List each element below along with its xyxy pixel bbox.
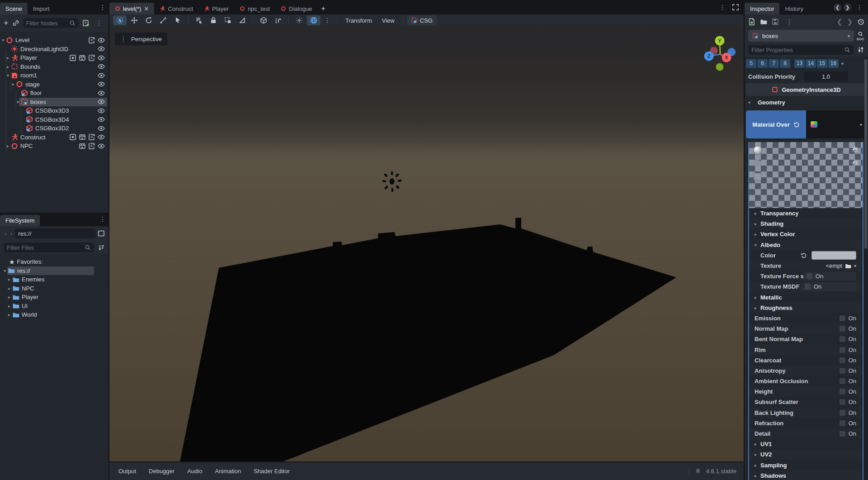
script-icon[interactable]	[88, 143, 95, 150]
layer-toggle-14[interactable]: 14	[806, 59, 816, 68]
skeleton-options-button[interactable]	[271, 15, 285, 25]
layer-toggle-7[interactable]: 7	[769, 59, 779, 68]
clearcoat-checkbox[interactable]	[840, 357, 845, 363]
section-geometry[interactable]: ▾ Geometry	[745, 96, 868, 109]
snap-mode-button[interactable]	[236, 15, 249, 25]
tree-row-room1[interactable]: ▾ room1	[0, 71, 108, 80]
expand-icon[interactable]: ▸	[6, 286, 12, 291]
tree-row-csgbox3d3[interactable]: CSGBox3D3	[0, 106, 108, 115]
tab-import[interactable]: Import	[28, 3, 55, 14]
layer-toggle-16[interactable]: 16	[828, 59, 839, 68]
inspector-scrollbar-thumb[interactable]	[864, 59, 867, 249]
fs-sort-icon[interactable]	[98, 244, 105, 251]
group-node-button[interactable]	[221, 15, 235, 25]
section-uv1[interactable]: ▸UV1	[749, 439, 863, 449]
expand-icon[interactable]: ▸	[6, 277, 12, 282]
bent-normal-map-checkbox[interactable]	[840, 336, 845, 342]
tree-row-level[interactable]: ▾ Level	[0, 36, 108, 45]
tab-history[interactable]: History	[779, 3, 808, 14]
expand-icon[interactable]: ▸	[6, 304, 12, 309]
new-resource-icon[interactable]	[748, 18, 755, 25]
tree-row-npc[interactable]: ▸ NPC	[0, 142, 108, 151]
tree-row-construct[interactable]: Construct	[0, 133, 108, 142]
quick-load-icon[interactable]	[845, 263, 851, 269]
section-metallic[interactable]: ▸Metallic	[749, 292, 863, 303]
tab-filesystem[interactable]: FileSystem	[0, 215, 40, 226]
scene-tabs-menu-icon[interactable]: ⋮	[717, 0, 728, 14]
albedo-color-swatch[interactable]	[811, 251, 856, 260]
fs-row-res[interactable]: ▾ res://	[0, 266, 108, 276]
collapse-icon[interactable]: ▾	[2, 268, 8, 273]
texture-force-srgb-checkbox[interactable]: On	[804, 272, 856, 280]
visibility-icon[interactable]	[98, 63, 105, 70]
resource-extra-menu-icon[interactable]: ⋮	[783, 14, 795, 29]
expand-icon[interactable]: ▸	[6, 312, 12, 317]
rim-checkbox[interactable]	[840, 347, 845, 353]
viewport-options-menu-icon[interactable]: ⋮	[321, 13, 333, 28]
instance-options-icon[interactable]	[79, 143, 86, 150]
preview-environment-button[interactable]	[307, 15, 321, 25]
expand-icon[interactable]: ▸	[6, 295, 12, 299]
attach-script-icon[interactable]	[82, 19, 90, 27]
expand-icon[interactable]: ▸	[5, 55, 11, 60]
list-select-button[interactable]	[171, 15, 184, 25]
inspector-dock-menu-icon[interactable]: ⋮	[854, 0, 865, 14]
visibility-icon[interactable]	[98, 81, 105, 88]
object-selector-dropdown[interactable]: boxes ▾	[748, 30, 854, 42]
inspector-scrollbar[interactable]	[864, 57, 867, 480]
dock-prev-icon[interactable]: ❮	[834, 4, 841, 11]
section-uv2[interactable]: ▸UV2	[749, 449, 863, 460]
select-list-button[interactable]	[192, 15, 206, 25]
filter-nodes-input[interactable]: Filter Nodes	[23, 18, 79, 28]
preview-sphere-button[interactable]	[753, 146, 762, 155]
texture-msdf-checkbox[interactable]: On	[802, 282, 856, 291]
history-forward-icon[interactable]: ❯	[847, 18, 853, 26]
collision-priority-field[interactable]: 1.0	[804, 71, 848, 81]
collapse-icon[interactable]: ▾	[10, 82, 16, 87]
tree-row-stage[interactable]: ▾ stage	[0, 80, 108, 89]
tree-row-player[interactable]: ▸ Player	[0, 53, 108, 62]
emission-checkbox[interactable]	[840, 315, 845, 321]
preview-sunlight-button[interactable]	[292, 15, 306, 25]
tab-inspector[interactable]: Inspector	[745, 3, 779, 14]
tree-row-bounds[interactable]: ▸ Bounds	[0, 62, 108, 71]
fullscreen-icon[interactable]	[732, 4, 739, 11]
collapse-icon[interactable]: ▾	[0, 38, 6, 43]
panel-audio-button[interactable]: Audio	[181, 466, 208, 477]
tab-scene[interactable]: Scene	[0, 3, 28, 14]
panel-animation-button[interactable]: Animation	[208, 466, 247, 477]
perspective-menu[interactable]: ⋮ Perspective	[115, 33, 167, 45]
tab-dialogue[interactable]: Dialogue	[275, 3, 317, 14]
visibility-icon[interactable]	[98, 72, 105, 79]
section-transparency[interactable]: ▸Transparency	[749, 208, 863, 219]
refraction-checkbox[interactable]	[840, 420, 845, 426]
transform-menu[interactable]: Transform	[341, 15, 377, 25]
subsurf-scatter-checkbox[interactable]	[840, 399, 845, 405]
property-tools-icon[interactable]	[857, 46, 864, 53]
visibility-icon[interactable]	[98, 54, 105, 62]
panel-shader-editor-button[interactable]: Shader Editor	[247, 466, 296, 477]
scene-dock-menu-icon[interactable]: ⋮	[97, 0, 108, 14]
collapse-icon[interactable]: ▾	[5, 73, 11, 78]
revert-icon[interactable]	[793, 121, 800, 128]
move-mode-button[interactable]	[127, 15, 141, 25]
ambient-occlusion-checkbox[interactable]	[840, 378, 845, 384]
save-resource-icon[interactable]	[772, 18, 779, 25]
dock-next-icon[interactable]: ❯	[844, 4, 851, 11]
anisotropy-checkbox[interactable]	[840, 368, 845, 374]
normal-map-checkbox[interactable]	[840, 326, 845, 332]
revert-icon[interactable]	[801, 252, 807, 258]
section-albedo[interactable]: ▾Albedo	[749, 240, 863, 250]
section-roughness[interactable]: ▸Roughness	[749, 303, 863, 313]
tree-row-boxes[interactable]: ▾ boxes	[0, 98, 108, 107]
material-resource-dropdown[interactable]: ▾	[806, 110, 867, 138]
instance-scene-icon[interactable]	[12, 19, 19, 27]
texture-value[interactable]: <empt	[826, 262, 842, 269]
filter-files-input[interactable]: Filter Files	[4, 242, 94, 252]
editable-children-icon[interactable]	[69, 54, 76, 62]
preview-quad-button[interactable]	[754, 173, 761, 181]
layer-toggle-5[interactable]: 5	[746, 59, 756, 68]
notifications-bell-icon[interactable]	[694, 468, 702, 475]
panel-output-button[interactable]: Output	[112, 466, 142, 477]
add-node-button[interactable]: +	[4, 19, 9, 28]
